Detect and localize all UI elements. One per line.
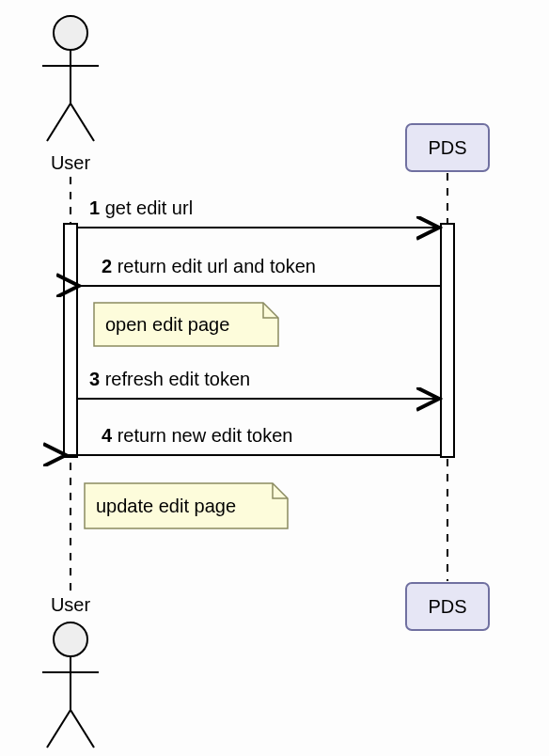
message-1: 1 get edit url — [77, 197, 439, 228]
message-4-text: return new edit token — [112, 425, 292, 446]
message-3-num: 3 — [89, 369, 100, 389]
note-1-text: open edit page — [105, 314, 229, 335]
svg-line-4 — [71, 103, 94, 141]
actor-user-bottom-label: User — [51, 594, 91, 615]
svg-point-15 — [54, 622, 87, 656]
note-update-edit-page: update edit page — [85, 483, 288, 528]
message-1-num: 1 — [89, 197, 100, 218]
svg-text:4 return new edit token: 4 return new edit token — [102, 425, 292, 446]
message-1-text: get edit url — [100, 197, 193, 218]
message-2-num: 2 — [102, 256, 112, 276]
actor-user-bottom: User — [42, 594, 99, 748]
svg-line-19 — [71, 710, 94, 748]
note-2-text: update edit page — [96, 496, 236, 516]
svg-line-3 — [47, 103, 71, 141]
actor-pds-top-label: PDS — [428, 137, 466, 158]
actor-pds-bottom-label: PDS — [428, 596, 466, 617]
activation-user — [64, 224, 77, 457]
actor-pds-top: PDS — [406, 124, 489, 171]
sequence-diagram: User PDS 1 get edit url 2 return edit ur… — [0, 0, 549, 756]
svg-point-0 — [54, 16, 87, 50]
svg-text:2 return edit url and token: 2 return edit url and token — [102, 256, 316, 276]
message-2: 2 return edit url and token — [79, 256, 441, 286]
message-3: 3 refresh edit token — [77, 369, 439, 399]
message-3-text: refresh edit token — [100, 369, 250, 389]
actor-user-top-label: User — [51, 152, 91, 173]
svg-text:3 refresh edit token: 3 refresh edit token — [89, 369, 250, 389]
message-2-text: return edit url and token — [112, 256, 316, 276]
svg-text:1 get edit url: 1 get edit url — [89, 197, 193, 218]
actor-user-top: User — [42, 16, 99, 173]
activation-pds — [441, 224, 454, 457]
message-4: 4 return new edit token — [66, 425, 441, 455]
svg-line-18 — [47, 710, 71, 748]
note-open-edit-page: open edit page — [94, 303, 278, 346]
actor-pds-bottom: PDS — [406, 583, 489, 630]
